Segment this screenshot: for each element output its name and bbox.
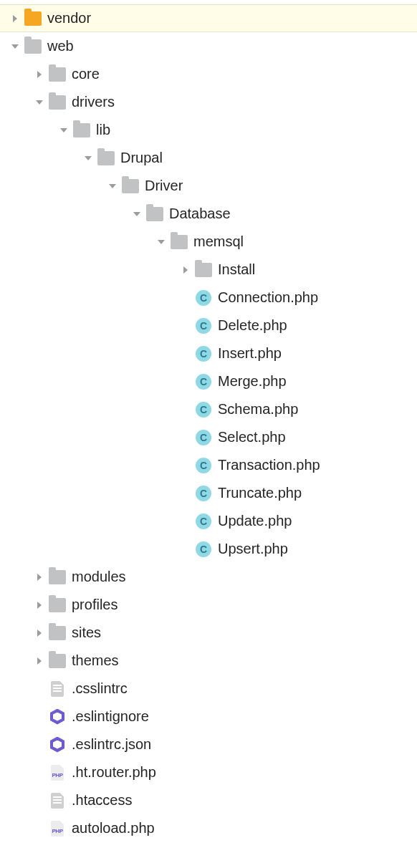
class-file-icon: C	[195, 317, 212, 334]
class-file-icon: C	[195, 541, 212, 558]
chevron-down-icon[interactable]	[106, 180, 119, 193]
tree-item-label: Truncate.php	[218, 485, 302, 501]
tree-row[interactable]: CInsert.php	[0, 339, 417, 367]
tree-row[interactable]: PHP.ht.router.php	[0, 758, 417, 786]
tree-item-label: vendor	[47, 10, 91, 26]
config-file-icon	[49, 792, 66, 809]
tree-row[interactable]: CTransaction.php	[0, 451, 417, 479]
tree-item-label: memsql	[193, 233, 244, 250]
folder-icon	[49, 94, 66, 111]
tree-item-label: Upsert.php	[218, 541, 288, 557]
tree-item-label: Drupal	[120, 150, 163, 166]
class-file-icon: C	[195, 485, 212, 502]
tree-row[interactable]: lib	[0, 116, 417, 144]
folder-icon	[49, 66, 66, 83]
tree-row[interactable]: PHPautoload.php	[0, 814, 417, 842]
tree-item-label: themes	[72, 652, 119, 669]
tree-item-label: Merge.php	[218, 373, 287, 390]
tree-item-label: Schema.php	[218, 401, 298, 418]
chevron-down-icon[interactable]	[82, 152, 95, 165]
tree-item-label: .htaccess	[72, 792, 132, 809]
eslint-file-icon	[49, 736, 66, 753]
tree-row[interactable]: CSchema.php	[0, 395, 417, 423]
class-file-icon: C	[195, 345, 212, 362]
tree-item-label: .ht.router.php	[72, 764, 156, 781]
folder-icon	[97, 150, 115, 167]
chevron-down-icon[interactable]	[155, 236, 168, 249]
folder-icon	[146, 206, 163, 223]
chevron-right-icon[interactable]	[33, 571, 46, 584]
chevron-right-icon[interactable]	[33, 599, 46, 612]
tree-row[interactable]: .eslintignore	[0, 703, 417, 730]
tree-row[interactable]: CUpdate.php	[0, 507, 417, 535]
tree-row[interactable]: Drupal	[0, 144, 417, 172]
php-file-icon: PHP	[49, 820, 66, 837]
tree-row[interactable]: .htaccess	[0, 786, 417, 814]
tree-row[interactable]: Install	[0, 256, 417, 284]
folder-icon	[73, 122, 90, 139]
chevron-down-icon[interactable]	[9, 40, 21, 53]
tree-row[interactable]: CMerge.php	[0, 367, 417, 395]
class-file-icon: C	[195, 429, 212, 446]
tree-item-label: autoload.php	[72, 820, 155, 836]
tree-row[interactable]: Database	[0, 200, 417, 228]
tree-item-label: Connection.php	[218, 289, 318, 306]
tree-item-label: Driver	[145, 178, 183, 194]
folder-icon	[195, 261, 212, 279]
project-tree[interactable]: vendorwebcoredriverslibDrupalDriverDatab…	[0, 0, 417, 849]
tree-item-label: core	[72, 66, 100, 82]
tree-item-label: sites	[72, 625, 101, 641]
folder-icon	[49, 597, 66, 614]
chevron-right-icon[interactable]	[179, 264, 192, 276]
tree-item-label: modules	[72, 569, 126, 585]
chevron-right-icon[interactable]	[9, 12, 21, 25]
tree-item-label: Database	[169, 206, 231, 222]
tree-row[interactable]: core	[0, 60, 417, 88]
tree-row[interactable]: sites	[0, 619, 417, 647]
php-file-icon: PHP	[49, 764, 66, 781]
tree-item-label: profiles	[72, 597, 118, 613]
eslint-file-icon	[49, 708, 66, 725]
tree-row[interactable]: CDelete.php	[0, 312, 417, 339]
tree-item-label: Update.php	[218, 513, 292, 529]
tree-row[interactable]: CConnection.php	[0, 284, 417, 312]
chevron-down-icon[interactable]	[130, 208, 143, 221]
tree-item-label: .csslintrc	[72, 680, 128, 697]
tree-row[interactable]: drivers	[0, 88, 417, 116]
folder-icon	[49, 625, 66, 642]
folder-icon	[171, 233, 188, 251]
folder-icon	[49, 569, 66, 586]
tree-item-label: .eslintignore	[72, 708, 149, 725]
tree-row[interactable]: themes	[0, 647, 417, 675]
tree-item-label: Select.php	[218, 429, 286, 445]
chevron-right-icon[interactable]	[33, 627, 46, 640]
tree-row[interactable]: modules	[0, 563, 417, 591]
tree-item-label: Install	[218, 261, 255, 278]
tree-row[interactable]: Driver	[0, 172, 417, 200]
class-file-icon: C	[195, 373, 212, 390]
tree-row[interactable]: memsql	[0, 228, 417, 256]
tree-row[interactable]: web	[0, 32, 417, 60]
folder-icon	[24, 10, 42, 27]
chevron-down-icon[interactable]	[57, 124, 70, 137]
tree-row[interactable]: CUpsert.php	[0, 535, 417, 563]
tree-item-label: .eslintrc.json	[72, 736, 151, 753]
tree-row[interactable]: vendor	[0, 4, 417, 32]
chevron-down-icon[interactable]	[33, 96, 46, 109]
tree-row[interactable]: profiles	[0, 591, 417, 619]
folder-icon	[24, 38, 42, 55]
folder-icon	[49, 652, 66, 670]
folder-icon	[122, 178, 139, 195]
chevron-right-icon[interactable]	[33, 655, 46, 667]
tree-item-label: web	[47, 38, 74, 54]
tree-item-label: drivers	[72, 94, 115, 110]
tree-row[interactable]: CSelect.php	[0, 423, 417, 451]
class-file-icon: C	[195, 289, 212, 307]
config-file-icon	[49, 680, 66, 698]
chevron-right-icon[interactable]	[33, 68, 46, 81]
tree-row[interactable]: .csslintrc	[0, 675, 417, 703]
tree-row[interactable]: CTruncate.php	[0, 479, 417, 507]
class-file-icon: C	[195, 513, 212, 530]
tree-row[interactable]: .eslintrc.json	[0, 730, 417, 758]
class-file-icon: C	[195, 457, 212, 474]
